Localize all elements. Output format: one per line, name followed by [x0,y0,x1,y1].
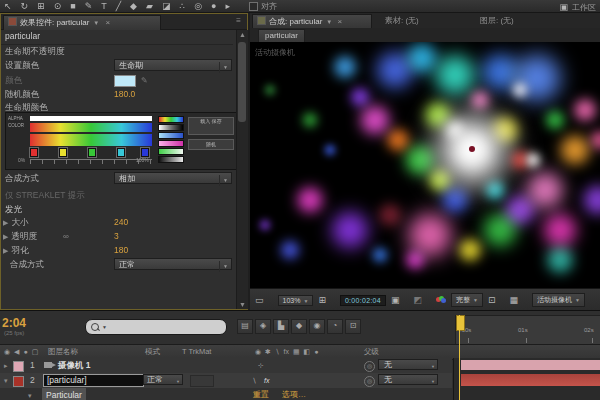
layer-name[interactable]: 摄像机 1 [58,358,91,372]
comp-tab-inactive[interactable]: 素材: (无) [385,15,419,27]
time-ruler[interactable]: :00s01s02s [455,315,600,346]
fx-icon[interactable]: fx [283,348,288,355]
particular-layer-bar[interactable] [461,374,600,386]
rotate-tool-icon[interactable]: ↻ [21,1,29,11]
pickwhip-icon[interactable]: ◎ [364,361,375,372]
effect-row-particular[interactable]: ▾ Particular 重置 选项… [0,388,452,400]
snapshot-camera-icon[interactable]: ▣ [391,294,400,306]
camera-view-dropdown[interactable]: 活动摄像机▼ [532,293,585,307]
comp-timecode[interactable]: 0:00:02:04 [340,295,386,306]
color-swatch[interactable] [114,75,136,87]
color-gradient-bar-large[interactable] [30,134,152,146]
twirl-icon[interactable]: ▾ [4,377,8,384]
puppet-tool-icon[interactable]: ∴ [179,1,185,11]
brainstorm-icon[interactable]: ◔ [327,319,343,334]
glow-feather-value[interactable]: 180 [114,244,128,257]
fx-scrollbar[interactable]: ▲ ▼ [236,30,248,309]
show-snapshot-icon[interactable]: ◩ [414,294,423,306]
effect-options-link[interactable]: 选项… [282,388,306,400]
column-trkmat[interactable]: T TrkMat [182,345,211,358]
current-time-indicator-handle[interactable] [456,315,465,331]
eyedropper-icon[interactable]: ✎ [141,74,148,87]
play-icon[interactable]: ▸ [225,1,230,11]
layer-row-camera[interactable]: ▸ 1 摄像机 1 ⊹ ◎ 无 [0,358,452,374]
switch-fx-icon[interactable]: fx [264,374,269,388]
eye-icon[interactable]: ◉ [4,348,10,355]
effect-controls-tab[interactable]: 效果控件: particular▼ × [3,15,161,30]
label-color-swatch[interactable] [13,376,24,387]
timeline-track-area[interactable] [453,358,600,400]
shy-icon[interactable]: ◉ [255,348,261,355]
lock-icon[interactable]: ▢ [32,348,39,355]
composition-tab[interactable]: 合成: particular▼ × [252,14,372,29]
hide-shy-icon[interactable]: ▙ [273,319,289,334]
gradient-ruler[interactable] [30,159,152,166]
scroll-down-icon[interactable]: ▼ [237,301,248,308]
gradient-editor[interactable]: ALPHA COLOR 0% 100% 载入 保存 随机 [5,112,237,170]
gradient-stop[interactable] [117,148,125,157]
show-channel-icon[interactable] [436,296,446,304]
gradient-random-button[interactable]: 随机 [188,139,234,150]
column-layer-name[interactable]: 图层名称 [48,345,78,358]
audio-icon[interactable]: ◀ [14,348,19,355]
gradient-preset[interactable] [158,148,184,155]
target-region-icon[interactable]: ⊡ [488,294,496,306]
solo-icon[interactable]: ● [24,348,28,355]
line-tool-icon[interactable]: ╱ [116,1,121,11]
mask-tool-icon[interactable]: ◆ [130,1,137,11]
comp-mini-flowchart-icon[interactable]: ▤ [237,319,253,334]
brush-tool-icon[interactable]: ▰ [146,1,153,11]
random-color-value[interactable]: 180.0 [114,88,135,101]
gradient-preset[interactable] [158,116,184,123]
composition-viewer[interactable]: 活动摄像机 [250,42,600,288]
timeline-timecode[interactable]: 2:04 [2,316,26,330]
trkmat-dropdown[interactable] [190,375,214,387]
safe-guides-icon[interactable]: ⊞ [318,294,326,306]
layer-name-edit-field[interactable]: [particular] [43,374,144,387]
snap-icon[interactable]: ◎ [194,1,202,11]
timeline-search-input[interactable]: ▼ [85,319,227,335]
scroll-up-icon[interactable]: ▲ [237,31,248,38]
color-gradient-bar[interactable] [30,123,152,132]
draft3d-icon[interactable]: ◈ [255,319,271,334]
region-of-interest-icon[interactable]: ▭ [255,294,264,306]
twirl-icon[interactable]: ▸ [4,362,8,369]
effect-name[interactable]: Particular [42,388,86,400]
effect-reset-link[interactable]: 重置 [253,388,269,400]
pickwhip-icon[interactable]: ◎ [364,376,375,387]
gradient-preset[interactable] [158,124,184,131]
pen-tool-icon[interactable]: ✎ [85,1,93,11]
switch-quality-icon[interactable]: ∖ [252,374,256,388]
parent-dropdown[interactable]: 无 [378,359,438,370]
gradient-stop[interactable] [141,148,149,157]
motion-blur-icon[interactable]: ◉ [309,319,325,334]
parent-dropdown[interactable]: 无 [378,374,438,385]
glow-transfer-dropdown[interactable]: 正常 [114,258,232,270]
workspace-selector[interactable]: ▣ 工作区 [559,1,596,13]
glow-size-value[interactable]: 240 [114,216,128,229]
align-checkbox[interactable] [249,2,258,11]
tab-close-icon[interactable]: × [338,17,343,26]
gradient-preset[interactable] [158,132,184,139]
gradient-preset[interactable] [158,156,184,163]
frame-blend-col-icon[interactable]: ▦ [293,348,300,355]
zoom-tool-icon[interactable]: ⊙ [54,1,62,11]
type-tool-icon[interactable]: T [101,1,107,11]
set-color-dropdown[interactable]: 生命期 [114,59,232,71]
comp-tab-inactive[interactable]: 图层: (无) [480,15,514,27]
tab-menu-arrow-icon[interactable]: ▼ [93,20,99,26]
column-parent[interactable]: 父级 [364,345,379,358]
transfer-mode-dropdown[interactable]: 相加 [114,172,232,184]
glow-opacity-value[interactable]: 3 [114,230,119,243]
gradient-preset[interactable] [158,140,184,147]
gradient-stop[interactable] [30,148,38,157]
clone-tool-icon[interactable]: ◪ [162,1,171,11]
camera-tool-icon[interactable]: ⊞ [37,1,45,11]
frame-blend-icon[interactable]: ◆ [291,319,307,334]
gradient-stop[interactable] [88,148,96,157]
column-mode[interactable]: 模式 [145,345,160,358]
switch-dash-icon[interactable]: ⊹ [258,359,264,373]
camera-layer-bar[interactable] [461,360,600,370]
collapse-icon[interactable]: ✱ [265,348,271,355]
panel-menu-icon[interactable]: ≡ [236,16,241,25]
